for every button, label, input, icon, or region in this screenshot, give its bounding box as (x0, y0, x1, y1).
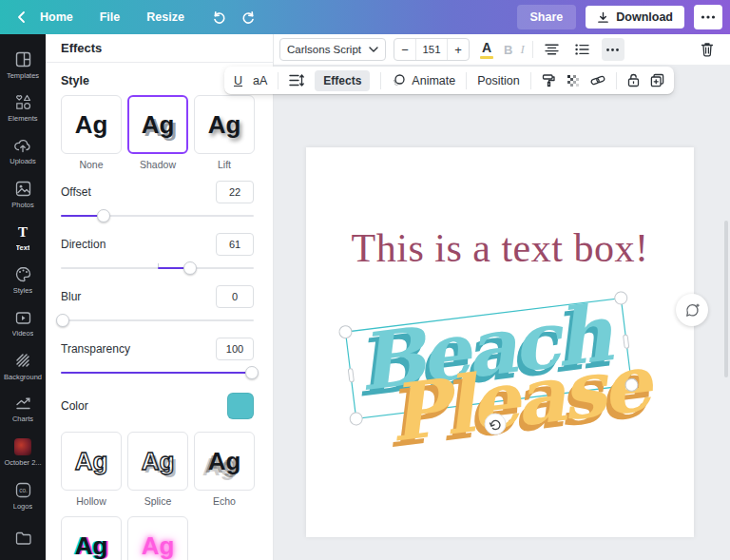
font-size-value[interactable]: 151 (415, 39, 448, 60)
design-page[interactable]: This is a text box! Beach Beach Please P… (306, 147, 694, 537)
transparency-checker-icon (567, 74, 580, 87)
sidebar-item-videos[interactable]: Videos (0, 302, 46, 345)
delete-button[interactable] (696, 38, 719, 61)
blur-slider-row: Blur 0 (61, 285, 254, 327)
logos-icon: co. (14, 481, 32, 499)
blur-value-input[interactable]: 0 (216, 285, 254, 308)
underline-button[interactable]: U (234, 74, 242, 87)
download-button[interactable]: Download (586, 6, 684, 29)
duplicate-plus-icon (650, 73, 664, 87)
blur-label: Blur (61, 290, 81, 303)
effects-button[interactable]: Effects (315, 70, 370, 91)
sidebar-item-templates[interactable]: Templates (0, 44, 46, 87)
align-center-icon (545, 44, 559, 55)
color-label: Color (61, 399, 88, 413)
direction-value-input[interactable]: 61 (216, 233, 254, 256)
style-card-echo[interactable]: Ag Echo (194, 432, 255, 507)
blur-slider[interactable] (61, 314, 254, 327)
line-spacing-icon (289, 74, 304, 87)
more-icon (606, 48, 619, 51)
file-menu[interactable]: File (100, 10, 121, 24)
style-card-glitch[interactable]: Ag Glitch (61, 516, 122, 560)
lock-button[interactable] (627, 73, 640, 87)
ellipsis-icon (701, 15, 716, 19)
sidebar-item-photos[interactable]: Photos (0, 173, 46, 216)
script-text-group[interactable]: Beach Beach Please Please (349, 282, 661, 469)
sidebar-item-october-folder[interactable]: October 2... (0, 431, 46, 473)
link-button[interactable] (590, 74, 605, 87)
offset-label: Offset (61, 185, 91, 199)
topbar-more-button[interactable] (694, 5, 722, 29)
bullet-list-icon (575, 44, 589, 55)
chevron-down-icon (369, 47, 378, 52)
undo-icon[interactable] (211, 10, 227, 25)
transparency-label: Transparency (61, 342, 130, 356)
spacing-button[interactable] (289, 74, 304, 87)
position-button[interactable]: Position (477, 74, 519, 87)
transparency-slider-row: Transparency 100 (61, 338, 254, 379)
offset-slider-row: Offset 22 (61, 181, 254, 222)
resize-menu[interactable]: Resize (146, 10, 184, 24)
direction-label: Direction (61, 238, 106, 251)
redo-icon[interactable] (240, 10, 257, 25)
share-button[interactable]: Share (517, 5, 577, 29)
home-menu[interactable]: Home (40, 10, 73, 24)
transparency-slider[interactable] (61, 366, 254, 379)
paint-roller-icon (542, 73, 556, 87)
font-size-decrease-button[interactable]: − (394, 39, 415, 60)
style-card-neon[interactable]: Ag Neon (127, 516, 188, 560)
canvas-scrollbar[interactable] (724, 221, 728, 377)
offset-slider[interactable] (61, 209, 254, 222)
left-resize-handle[interactable] (348, 369, 354, 382)
sidebar-item-styles[interactable]: Styles (0, 259, 46, 301)
shadow-color-swatch[interactable] (227, 393, 254, 419)
sidebar-item-logos[interactable]: co. Logos (0, 474, 46, 517)
sidebar-item-text[interactable]: T Text (0, 216, 46, 259)
svg-text:T: T (18, 224, 28, 240)
style-shuffle-button[interactable] (676, 294, 708, 326)
style-card-hollow[interactable]: Ag Hollow (61, 432, 122, 507)
style-card-none[interactable]: Ag None (61, 95, 122, 170)
text-align-button[interactable] (541, 38, 564, 61)
corner-handle-tr[interactable] (614, 291, 627, 304)
rotate-handle[interactable] (485, 414, 506, 434)
sidebar-item-charts[interactable]: Charts (0, 388, 46, 431)
elements-icon (14, 93, 32, 111)
back-chevron-icon[interactable] (15, 10, 29, 24)
style-card-lift[interactable]: Ag Lift (194, 95, 255, 170)
bold-button[interactable]: B (504, 43, 512, 57)
script-text-selection: Beach Beach Please Please (306, 147, 694, 537)
duplicate-button[interactable] (650, 73, 664, 87)
sidebar-item-uploads[interactable]: Uploads (0, 130, 46, 173)
list-button[interactable] (571, 38, 594, 61)
text-icon: T (14, 223, 31, 241)
toolbar-more-button[interactable] (602, 38, 624, 61)
templates-icon (14, 50, 32, 68)
text-case-button[interactable]: aA (253, 74, 267, 87)
direction-slider[interactable] (61, 261, 254, 275)
transparency-button[interactable] (567, 74, 580, 87)
sidebar-item-elements[interactable]: Elements (0, 87, 46, 129)
font-family-select[interactable]: Carlsons Script (279, 38, 386, 61)
download-label: Download (616, 10, 673, 24)
direction-slider-row: Direction 61 (61, 233, 254, 275)
top-bar: Home File Resize Share Download (0, 0, 730, 34)
sidebar-item-background[interactable]: Background (0, 345, 46, 388)
style-cards-row2: Ag Hollow Ag Splice Ag Echo (61, 432, 254, 507)
text-color-button[interactable]: A (477, 41, 496, 59)
copy-style-button[interactable] (542, 73, 556, 87)
uploads-icon (13, 137, 32, 154)
font-size-increase-button[interactable]: + (448, 39, 469, 60)
style-card-shadow[interactable]: Ag Shadow (127, 95, 188, 170)
italic-button[interactable]: I (520, 42, 524, 57)
style-card-splice[interactable]: Ag Splice (127, 432, 188, 507)
offset-value-input[interactable]: 22 (216, 181, 254, 203)
effects-panel: Effects Style Ag None Ag Shadow Ag Lift (46, 34, 274, 560)
text-color-bar (480, 56, 493, 59)
canvas-workspace[interactable]: This is a text box! Beach Beach Please P… (274, 65, 730, 560)
animate-button[interactable]: Animate (392, 73, 455, 87)
svg-text:co.: co. (19, 487, 28, 493)
photos-icon (14, 180, 32, 198)
sidebar-item-folders[interactable] (0, 517, 46, 560)
transparency-value-input[interactable]: 100 (216, 338, 254, 360)
